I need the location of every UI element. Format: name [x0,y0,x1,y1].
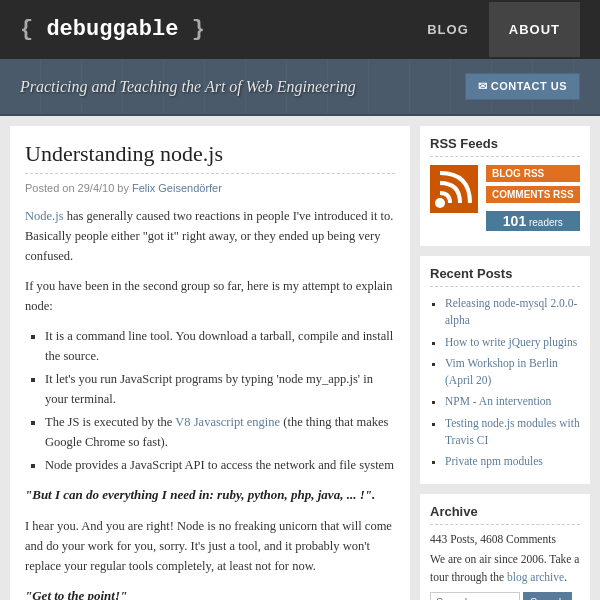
nav-about[interactable]: ABOUT [489,2,580,57]
sidebar-recent-posts: Recent Posts Releasing node-mysql 2.0.0-… [420,256,590,484]
recent-post-item: Releasing node-mysql 2.0.0-alpha [445,295,580,330]
archive-count: 443 Posts, 4608 Comments [430,533,580,545]
rss-reader-count: 101 [503,213,526,229]
recent-post-item: Vim Workshop in Berlin (April 20) [445,355,580,390]
main-wrapper: Understanding node.js Posted on 29/4/10 … [0,116,600,600]
article-para1: I hear you. And you are right! Node is n… [25,516,395,576]
contact-button[interactable]: ✉ CONTACT US [465,73,580,100]
rss-heading: RSS Feeds [430,136,580,157]
recent-post-link[interactable]: Releasing node-mysql 2.0.0-alpha [445,297,577,326]
banner-tagline: Practicing and Teaching the Art of Web E… [20,78,356,96]
search-box: Search [430,592,580,600]
header: { debuggable } BLOG ABOUT [0,0,600,59]
banner: Practicing and Teaching the Art of Web E… [0,59,600,116]
article-intro: Node.js has generally caused two reactio… [25,206,395,266]
search-button[interactable]: Search [523,592,572,600]
recent-posts-list: Releasing node-mysql 2.0.0-alpha How to … [445,295,580,470]
rss-box: BLOG RSS COMMENTS RSS 101 readers [430,165,580,231]
main-nav: BLOG ABOUT [407,2,580,57]
svg-point-1 [435,198,445,208]
sidebar-archive: Archive 443 Posts, 4608 Comments We are … [420,494,590,600]
bullet-item: It let's you run JavaScript programs by … [45,369,395,409]
blog-rss-link[interactable]: BLOG RSS [486,165,580,182]
nodejs-link[interactable]: Node.js [25,209,64,223]
article-title: Understanding node.js [25,141,395,174]
recent-post-item: NPM - An intervention [445,393,580,410]
recent-post-link[interactable]: NPM - An intervention [445,395,551,407]
recent-post-link[interactable]: Private npm modules [445,455,543,467]
search-input[interactable] [430,592,520,600]
blog-archive-link[interactable]: blog archive [507,571,564,583]
recent-post-item: How to write jQuery plugins [445,334,580,351]
article-second-para: If you have been in the second group so … [25,276,395,316]
rss-counter: 101 readers [486,211,580,231]
rss-links: BLOG RSS COMMENTS RSS 101 readers [486,165,580,231]
recent-post-link[interactable]: Testing node.js modules with Travis CI [445,417,580,446]
sidebar: RSS Feeds BLOG RSS COMMENTS RSS 101 read… [420,126,590,600]
bullet-item: The JS is executed by the V8 Javascript … [45,412,395,452]
logo-brace-close: } [178,17,204,42]
article-bullet-list: It is a command line tool. You download … [45,326,395,475]
post-meta: Posted on 29/4/10 by Felix Geisendörfer [25,182,395,194]
recent-post-link[interactable]: How to write jQuery plugins [445,336,577,348]
recent-post-item: Private npm modules [445,453,580,470]
article-intro-text: has generally caused two reactions in pe… [25,209,393,263]
logo-brace-open: { [20,17,46,42]
recent-posts-heading: Recent Posts [430,266,580,287]
v8-link[interactable]: V8 Javascript engine [175,415,280,429]
recent-post-item: Testing node.js modules with Travis CI [445,415,580,450]
comments-rss-link[interactable]: COMMENTS RSS [486,186,580,203]
bullet-item: Node provides a JavaScript API to access… [45,455,395,475]
archive-text: We are on air since 2006. Take a tour th… [430,551,580,586]
author-link[interactable]: Felix Geisendörfer [132,182,222,194]
post-date: Posted on 29/4/10 by [25,182,129,194]
article-content: Understanding node.js Posted on 29/4/10 … [10,126,410,600]
quote-1: "But I can do everything I need in: ruby… [25,485,395,506]
rss-icon [430,165,478,213]
nav-blog[interactable]: BLOG [407,2,489,57]
site-logo[interactable]: { debuggable } [20,17,205,42]
sidebar-rss: RSS Feeds BLOG RSS COMMENTS RSS 101 read… [420,126,590,246]
recent-post-link[interactable]: Vim Workshop in Berlin (April 20) [445,357,558,386]
quote-2: "Get to the point!" [25,586,395,600]
bullet-item: It is a command line tool. You download … [45,326,395,366]
rss-reader-label: readers [529,217,563,228]
archive-heading: Archive [430,504,580,525]
